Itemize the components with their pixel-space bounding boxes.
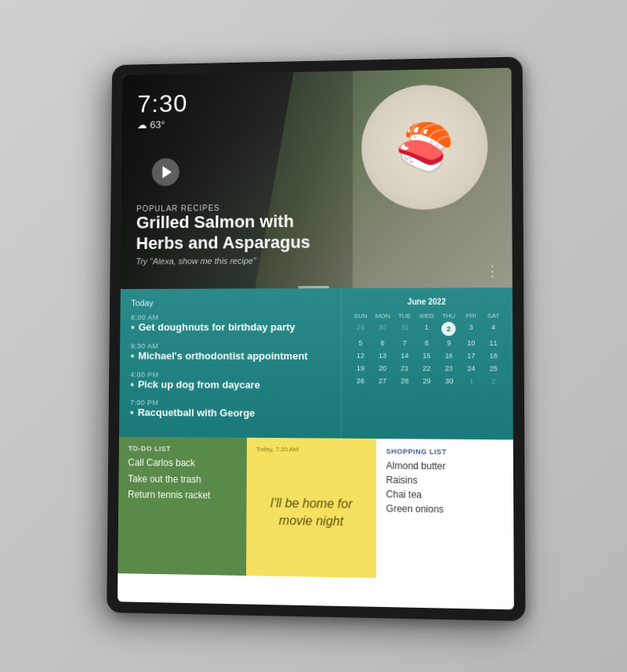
event-title-3: • Pick up dog from daycare: [130, 378, 330, 392]
calendar-header: June 2022: [350, 297, 504, 306]
todo-item-2: Take out the trash: [128, 473, 237, 486]
cal-day-12: 12: [350, 350, 371, 361]
cal-day-18: 18: [482, 350, 505, 361]
recipe-subtitle: Try "Alexa, show me this recipe": [136, 255, 336, 266]
cloud-icon: ☁: [137, 119, 147, 131]
cal-day-6: 6: [371, 338, 393, 349]
bullet-1: •: [131, 321, 135, 334]
dow-mon: MON: [371, 313, 393, 320]
hero-weather: ☁ 63°: [137, 119, 165, 131]
shopping-card: Shopping List Almond butter Raisins Chai…: [376, 439, 513, 580]
event-title-4: • Racquetball with George: [130, 406, 330, 421]
cal-week-1: 29 30 31 1 2 3 4: [350, 322, 505, 336]
cal-day-17: 17: [460, 350, 482, 361]
cal-day-8: 8: [415, 338, 437, 349]
hero-text-block: Popular Recipes Grilled Salmon with Herb…: [136, 203, 336, 266]
dow-sun: SUN: [350, 313, 371, 320]
screen: 7:30 ☁ 63° Popular Recipes Grilled Salmo…: [118, 68, 514, 610]
wall-background: 7:30 ☁ 63° Popular Recipes Grilled Salmo…: [0, 0, 627, 672]
recipe-title: Grilled Salmon with Herbs and Asparagus: [136, 211, 337, 254]
cal-day-29: 29: [415, 375, 437, 386]
cal-day-30-prev: 30: [371, 322, 393, 336]
shopping-item-3: Chai tea: [386, 489, 504, 501]
cal-day-16: 16: [438, 350, 460, 361]
cal-day-5: 5: [350, 338, 371, 349]
temperature: 63°: [150, 119, 165, 131]
shopping-label: Shopping List: [386, 447, 504, 456]
cal-day-11: 11: [482, 338, 505, 349]
cal-day-27: 27: [371, 375, 393, 386]
events-header: Today: [131, 298, 330, 308]
cal-day-23: 23: [438, 363, 460, 374]
shopping-item-2: Raisins: [386, 475, 504, 487]
cal-day-31-prev: 31: [393, 322, 415, 336]
cal-day-2-today: 2: [441, 322, 455, 336]
cal-day-9: 9: [438, 338, 460, 349]
dow-tue: TUE: [393, 313, 415, 320]
shopping-item-4: Green onions: [386, 504, 504, 516]
dow-thu: THU: [437, 313, 459, 320]
todo-item-1: Call Carlos back: [128, 457, 237, 471]
cal-day-14: 14: [393, 350, 415, 361]
shopping-item-1: Almond butter: [386, 461, 504, 473]
cal-day-22: 22: [415, 363, 437, 374]
cal-day-4: 4: [482, 322, 505, 336]
note-card: Today, 7:20 AM I'll be home for movie ni…: [246, 438, 377, 578]
bullet-4: •: [130, 406, 134, 420]
calendar-days-of-week: SUN MON TUE WED THU FRI SAT: [350, 313, 505, 320]
cards-section: To-Do List Call Carlos back Take out the…: [118, 437, 513, 581]
event-item-3: 4:00 PM • Pick up dog from daycare: [130, 370, 330, 392]
cal-day-19: 19: [350, 363, 371, 374]
dow-wed: WED: [415, 313, 437, 320]
cal-day-24: 24: [460, 363, 483, 374]
cal-day-7: 7: [393, 338, 415, 349]
event-item-2: 9:30 AM • Michael's orthodontist appoint…: [130, 342, 330, 363]
event-time-2: 9:30 AM: [131, 342, 330, 350]
event-item-4: 7:00 PM • Racquetball with George: [130, 399, 330, 421]
cal-day-2-next: 2: [482, 376, 505, 387]
hero-section: 7:30 ☁ 63° Popular Recipes Grilled Salmo…: [121, 68, 513, 289]
cal-day-20: 20: [371, 363, 393, 374]
events-section: Today 8:00 AM • Get doughnuts for birthd…: [119, 288, 341, 439]
cal-day-13: 13: [371, 350, 393, 361]
cal-day-28: 28: [393, 375, 415, 386]
main-content: Today 8:00 AM • Get doughnuts for birthd…: [119, 287, 513, 439]
cal-day-15: 15: [415, 350, 437, 361]
note-timestamp: Today, 7:20 AM: [256, 446, 367, 453]
note-text: I'll be home for movie night: [256, 456, 368, 570]
cal-week-2: 5 6 7 8 9 10 11: [350, 338, 505, 349]
device-frame: 7:30 ☁ 63° Popular Recipes Grilled Salmo…: [107, 56, 525, 621]
calendar-section: June 2022 SUN MON TUE WED THU FRI SAT: [341, 287, 513, 439]
todo-label: To-Do List: [128, 445, 237, 453]
cal-day-30: 30: [438, 376, 460, 387]
event-title-2: • Michael's orthodontist appointment: [130, 350, 330, 363]
cal-day-21: 21: [393, 363, 415, 374]
event-title-1: • Get doughnuts for birthday party: [131, 321, 330, 334]
progress-bar: [298, 286, 329, 288]
cal-day-3: 3: [460, 322, 482, 336]
cal-week-3: 12 13 14 15 16 17 18: [350, 350, 505, 361]
more-options-icon[interactable]: ⋮: [485, 262, 499, 280]
calendar-grid: SUN MON TUE WED THU FRI SAT 29 30: [350, 313, 505, 387]
cal-day-1: 1: [415, 322, 437, 336]
cal-day-10: 10: [460, 338, 482, 349]
cal-day-25: 25: [482, 363, 505, 374]
bullet-3: •: [130, 378, 134, 392]
cal-day-26: 26: [350, 375, 371, 386]
cal-day-29-prev: 29: [350, 322, 371, 336]
event-time-1: 8:00 AM: [131, 313, 330, 321]
cal-day-1-next: 1: [460, 376, 483, 387]
dow-fri: FRI: [460, 313, 482, 320]
bullet-2: •: [130, 350, 134, 363]
cal-week-5: 26 27 28 29 30 1 2: [350, 375, 505, 387]
todo-card: To-Do List Call Carlos back Take out the…: [118, 437, 246, 576]
event-item-1: 8:00 AM • Get doughnuts for birthday par…: [131, 313, 330, 334]
todo-item-3: Return tennis racket: [128, 490, 237, 503]
hero-time: 7:30: [137, 89, 187, 118]
cal-week-4: 19 20 21 22 23 24 25: [350, 363, 505, 374]
dow-sat: SAT: [482, 313, 505, 320]
